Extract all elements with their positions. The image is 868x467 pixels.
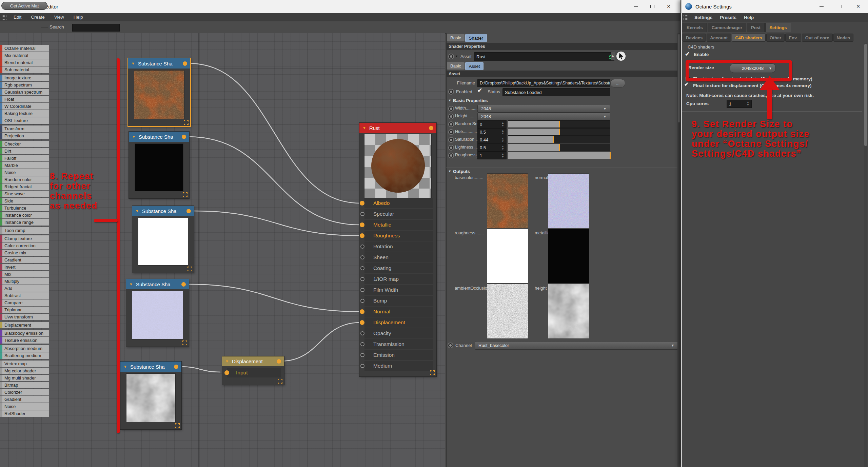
sidebar-item-mix[interactable]: Mix (0, 271, 49, 277)
get-active-mat-button[interactable]: Get Active Mat (1, 2, 47, 10)
scrollbar-thumb[interactable] (678, 34, 680, 122)
param-slider-2[interactable] (508, 120, 610, 128)
channel-radio[interactable] (448, 343, 453, 348)
collapse-triangle-icon[interactable]: ▼ (225, 359, 229, 363)
enable-checkmark-icon[interactable]: ✔ (685, 51, 690, 58)
substance-shader-node[interactable]: ▼Substance Sha (132, 206, 194, 273)
sidebar-item-absorption-medium[interactable]: Absorption medium (0, 345, 49, 352)
port-row-emission[interactable]: Emission (364, 350, 433, 360)
sidebar-item-octane-material[interactable]: Octane material (0, 45, 49, 52)
node-header[interactable]: ▼Substance Sha (120, 362, 181, 372)
expand-icon[interactable] (188, 267, 192, 271)
collapse-triangle-icon[interactable]: ▼ (132, 135, 136, 139)
param-radio[interactable] (448, 145, 454, 151)
collapse-triangle-icon[interactable]: ▼ (123, 365, 127, 369)
input-port-dot[interactable] (360, 222, 364, 227)
collapse-triangle-icon[interactable]: ▼ (129, 282, 133, 286)
node-header[interactable]: ▼Rust (359, 123, 436, 133)
drag-grip-icon[interactable] (1, 15, 7, 20)
outputs-collapse-icon[interactable]: ▼ (448, 170, 451, 173)
float-displacement-checkmark-icon[interactable]: ✔ (684, 81, 689, 87)
pick-cursor-icon[interactable] (616, 52, 626, 61)
enabled-radio[interactable] (448, 89, 454, 95)
param-stepper-4[interactable]: 0.44▲▼ (477, 136, 507, 144)
sidebar-item-blackbody-emission[interactable]: Blackbody emission (0, 330, 49, 336)
minimize-icon[interactable] (819, 4, 824, 9)
input-port-dot[interactable] (360, 331, 364, 335)
param-stepper-5[interactable]: 0.5▲▼ (477, 144, 507, 152)
output-port-dot[interactable] (183, 61, 187, 66)
sidebar-item-displacement[interactable]: Displacement (0, 322, 49, 328)
menu-edit[interactable]: Edit (9, 15, 26, 20)
sidebar-item-side[interactable]: Side (0, 198, 49, 204)
param-dropdown-0[interactable]: 2048▼ (477, 105, 610, 113)
input-port-dot[interactable] (360, 309, 364, 314)
expand-icon[interactable] (184, 120, 189, 125)
sidebar-item-mix-material[interactable]: Mix material (0, 52, 49, 59)
sidebar-item-checker[interactable]: Checker (0, 141, 49, 147)
sidebar-item-colorizer[interactable]: Colorizer (0, 389, 49, 395)
sidebar-item-blend-material[interactable]: Blend material (0, 59, 49, 66)
settings-subtab-other[interactable]: Other (766, 34, 785, 42)
sidebar-item-baking-texture[interactable]: Baking texture (0, 110, 49, 117)
asset-name-field[interactable]: Rust S (474, 52, 614, 61)
port-row-sheen[interactable]: Sheen (364, 252, 433, 262)
settings-subtab-devices[interactable]: Devices (683, 34, 706, 42)
sidebar-item-noise[interactable]: Noise (0, 169, 49, 176)
sidebar-item-gradient[interactable]: Gradient (0, 257, 49, 263)
tab-inner-basic[interactable]: Basic (447, 62, 465, 70)
settings-menu-presets[interactable]: Presets (716, 15, 740, 20)
substance-shader-node[interactable]: ▼Substance Sha (120, 362, 181, 429)
port-row-coating[interactable]: Coating (364, 263, 433, 273)
sidebar-item-marble[interactable]: Marble (0, 162, 49, 169)
sidebar-item-rgb-spectrum[interactable]: Rgb spectrum (0, 82, 49, 88)
param-stepper-3[interactable]: 0.5▲▼ (477, 128, 507, 136)
param-radio[interactable] (448, 106, 454, 112)
port-row-opacity[interactable]: Opacity (364, 328, 433, 338)
output-port-dot[interactable] (186, 209, 191, 213)
param-stepper-2[interactable]: 0▲▼ (477, 120, 507, 128)
node-header[interactable]: ▼Substance Sha (128, 58, 190, 69)
sidebar-item-subtract[interactable]: Subtract (0, 292, 49, 299)
settings-tab-kernels[interactable]: Kernels (683, 23, 707, 32)
port-row-film-width[interactable]: Film Width (364, 285, 433, 295)
sidebar-item-texture-emission[interactable]: Texture emission (0, 337, 49, 344)
port-row-metallic[interactable]: Metallic (364, 220, 433, 230)
param-radio[interactable] (448, 153, 454, 158)
port-row-roughness[interactable]: Roughness (364, 231, 433, 241)
settings-subtab-out-of-core[interactable]: Out-of-core (802, 34, 833, 42)
expand-icon[interactable] (278, 379, 282, 384)
sidebar-item-sub-material[interactable]: Sub material (0, 66, 49, 73)
sidebar-item-random-color[interactable]: Random color (0, 176, 49, 183)
sidebar-item-cosine-mix[interactable]: Cosine mix (0, 250, 49, 256)
sidebar-item-uvw-transform[interactable]: Uvw transform (0, 314, 49, 320)
asset-expand-button[interactable]: ▶ (611, 52, 615, 60)
settings-subtab-c4d-shaders[interactable]: C4D shaders (732, 34, 765, 42)
browse-button[interactable]: ... (610, 79, 625, 87)
input-port-dot[interactable] (360, 201, 364, 206)
settings-subtab-env-[interactable]: Env. (785, 34, 801, 42)
sidebar-item-mg-color-shader[interactable]: Mg color shader (0, 368, 49, 374)
tab-inner-asset[interactable]: Asset (465, 62, 484, 70)
scrollbar-thumb[interactable] (864, 44, 867, 146)
substance-shader-node[interactable]: ▼Substance Sha (128, 58, 190, 126)
sidebar-item-add[interactable]: Add (0, 285, 49, 292)
sidebar-item-vertex-map[interactable]: Vertex map (0, 361, 49, 367)
sidebar-item-ridged-fractal[interactable]: Ridged fractal (0, 183, 49, 190)
input-port-dot[interactable] (360, 353, 364, 357)
sidebar-item-bitmap[interactable]: Bitmap (0, 382, 49, 388)
input-port-dot[interactable] (360, 299, 364, 303)
input-port-dot[interactable] (360, 320, 364, 325)
param-slider-5[interactable] (508, 144, 610, 151)
port-row-rotation[interactable]: Rotation (364, 241, 433, 252)
input-port-dot[interactable] (360, 255, 364, 259)
param-slider-6[interactable] (508, 152, 610, 159)
channel-dropdown[interactable]: Rust_basecolor▼ (475, 341, 678, 350)
settings-subtab-account[interactable]: Account (707, 34, 731, 42)
input-port-dot[interactable] (360, 266, 364, 270)
tab-basic[interactable]: Basic (447, 34, 465, 41)
sidebar-item-instance-range[interactable]: Instance range (0, 219, 49, 226)
minimize-icon[interactable] (634, 4, 638, 9)
settings-subtab-nodes[interactable]: Nodes (833, 34, 854, 42)
output-port-dot[interactable] (277, 359, 281, 364)
